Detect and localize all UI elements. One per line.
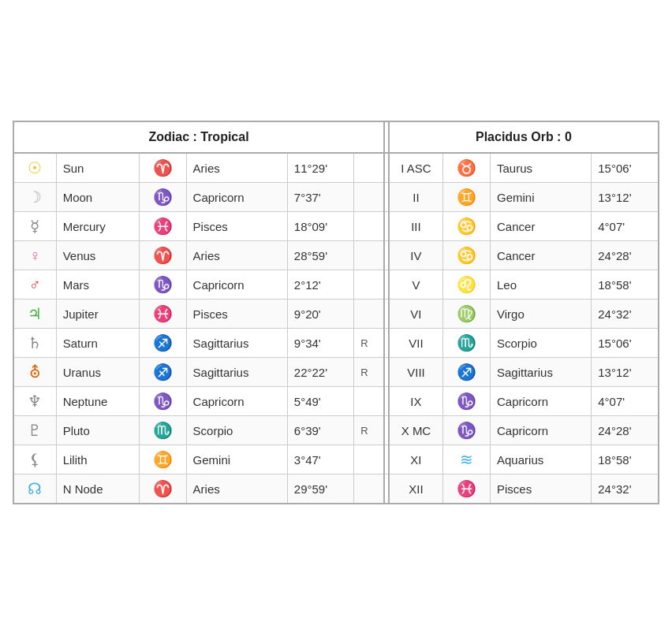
- planet-icon: ♄: [28, 334, 42, 352]
- planet-sign-symbol: ♑: [139, 183, 186, 212]
- planet-symbol: ☊: [13, 474, 56, 504]
- house-degree: 13°12': [592, 183, 659, 212]
- house-sign-name: Virgo: [491, 299, 592, 329]
- table-row: ☉ Sun ♈ Aries 11°29' I ASC ♉ Taurus 15°0…: [13, 153, 659, 183]
- planet-symbol: ⚸: [13, 445, 56, 474]
- planet-icon: ♃: [28, 305, 42, 322]
- retrograde-indicator: [354, 241, 384, 270]
- planet-sign-symbol: ♐: [139, 329, 186, 358]
- sign-icon: ♊: [153, 451, 173, 468]
- planet-symbol: ♄: [13, 329, 56, 358]
- house-sign-icon: ♐: [457, 363, 476, 381]
- sign-icon: ♈: [153, 480, 173, 497]
- house-number: II: [389, 183, 443, 212]
- planet-degree: 7°37': [287, 183, 353, 212]
- house-sign-icon: ♏: [457, 334, 476, 352]
- house-degree: 18°58': [592, 445, 659, 474]
- house-sign-name: Capricorn: [491, 416, 592, 445]
- table-row: ♇ Pluto ♏ Scorpio 6°39' R X MC ♑ Caprico…: [13, 416, 659, 445]
- main-table: Zodiac : Tropical Placidus Orb : 0 ☉ Sun…: [13, 121, 659, 504]
- house-sign-icon: ♓: [457, 480, 476, 497]
- planet-sign-name: Sagittarius: [186, 329, 287, 358]
- table-row: ☽ Moon ♑ Capricorn 7°37' II ♊ Gemini 13°…: [13, 183, 659, 212]
- planet-degree: 28°59': [287, 241, 353, 270]
- house-sign-name: Sagittarius: [491, 358, 592, 387]
- house-number: XII: [389, 474, 443, 504]
- house-sign-symbol: ♏: [443, 329, 491, 358]
- planet-icon: ☉: [28, 159, 42, 177]
- planet-degree: 6°39': [287, 416, 353, 445]
- house-degree: 15°06': [592, 153, 659, 183]
- planet-degree: 22°22': [287, 358, 353, 387]
- house-number: III: [389, 212, 443, 241]
- sign-icon: ♓: [153, 218, 173, 235]
- planet-degree: 5°49': [287, 387, 353, 416]
- retrograde-indicator: R: [354, 329, 384, 358]
- planet-degree: 2°12': [287, 270, 353, 299]
- planet-sign-name: Aries: [186, 241, 287, 270]
- house-number: XI: [389, 445, 443, 474]
- house-number: X MC: [389, 416, 443, 445]
- planet-degree: 11°29': [287, 153, 353, 183]
- house-degree: 24°28': [592, 241, 659, 270]
- planet-name: Pluto: [56, 416, 139, 445]
- retrograde-indicator: [354, 387, 384, 416]
- planet-sign-symbol: ♑: [139, 270, 186, 299]
- right-header: Placidus Orb : 0: [389, 121, 659, 153]
- table-row: ♆ Neptune ♑ Capricorn 5°49' IX ♑ Caprico…: [13, 387, 659, 416]
- planet-symbol: ☉: [13, 153, 56, 183]
- planet-sign-symbol: ♊: [139, 445, 186, 474]
- table-row: ⛢ Uranus ♐ Sagittarius 22°22' R VIII ♐ S…: [13, 358, 659, 387]
- house-sign-symbol: ♍: [443, 299, 491, 329]
- table-row: ☊ N Node ♈ Aries 29°59' XII ♓ Pisces 24°…: [13, 474, 659, 504]
- house-sign-icon: ♋: [457, 247, 476, 264]
- house-sign-name: Cancer: [491, 241, 592, 270]
- house-sign-icon: ♊: [457, 188, 476, 206]
- planet-degree: 9°20': [287, 299, 353, 329]
- planet-name: N Node: [56, 474, 139, 504]
- planet-symbol: ♇: [13, 416, 56, 445]
- house-number: VIII: [389, 358, 443, 387]
- house-sign-symbol: ♓: [443, 474, 491, 504]
- retrograde-indicator: [354, 212, 384, 241]
- planet-degree: 29°59': [287, 474, 353, 504]
- planet-symbol: ☿: [13, 212, 56, 241]
- planet-icon: ♆: [28, 392, 42, 410]
- sign-icon: ♏: [153, 422, 173, 439]
- planet-sign-symbol: ♏: [139, 416, 186, 445]
- table-row: ♃ Jupiter ♓ Pisces 9°20' VI ♍ Virgo 24°3…: [13, 299, 659, 329]
- house-sign-name: Cancer: [491, 212, 592, 241]
- planet-icon: ♂: [29, 276, 41, 293]
- planet-name: Saturn: [56, 329, 139, 358]
- table-row: ♀ Venus ♈ Aries 28°59' IV ♋ Cancer 24°28…: [13, 241, 659, 270]
- planet-sign-symbol: ♈: [139, 474, 186, 504]
- house-degree: 13°12': [592, 358, 659, 387]
- planet-symbol: ♃: [13, 299, 56, 329]
- planet-symbol: ♆: [13, 387, 56, 416]
- house-sign-symbol: ♋: [443, 212, 491, 241]
- house-number: IV: [389, 241, 443, 270]
- sign-icon: ♈: [153, 247, 173, 264]
- house-sign-symbol: ≋: [443, 445, 491, 474]
- house-degree: 18°58': [592, 270, 659, 299]
- planet-name: Neptune: [56, 387, 139, 416]
- house-number: I ASC: [389, 153, 443, 183]
- retrograde-indicator: R: [354, 416, 384, 445]
- house-sign-symbol: ♌: [443, 270, 491, 299]
- planet-sign-symbol: ♈: [139, 241, 186, 270]
- table-row: ♄ Saturn ♐ Sagittarius 9°34' R VII ♏ Sco…: [13, 329, 659, 358]
- left-header: Zodiac : Tropical: [13, 121, 384, 153]
- planet-degree: 18°09': [287, 212, 353, 241]
- planet-icon: ☿: [30, 218, 39, 235]
- planet-symbol: ☽: [13, 183, 56, 212]
- planet-sign-name: Gemini: [186, 445, 287, 474]
- house-sign-symbol: ♑: [443, 387, 491, 416]
- house-sign-icon: ♑: [457, 422, 476, 439]
- planet-sign-name: Aries: [186, 474, 287, 504]
- house-sign-name: Taurus: [491, 153, 592, 183]
- sign-icon: ♈: [153, 159, 173, 177]
- house-sign-symbol: ♑: [443, 416, 491, 445]
- planet-icon: ♇: [28, 422, 42, 439]
- house-degree: 24°32': [592, 299, 659, 329]
- planet-sign-symbol: ♐: [139, 358, 186, 387]
